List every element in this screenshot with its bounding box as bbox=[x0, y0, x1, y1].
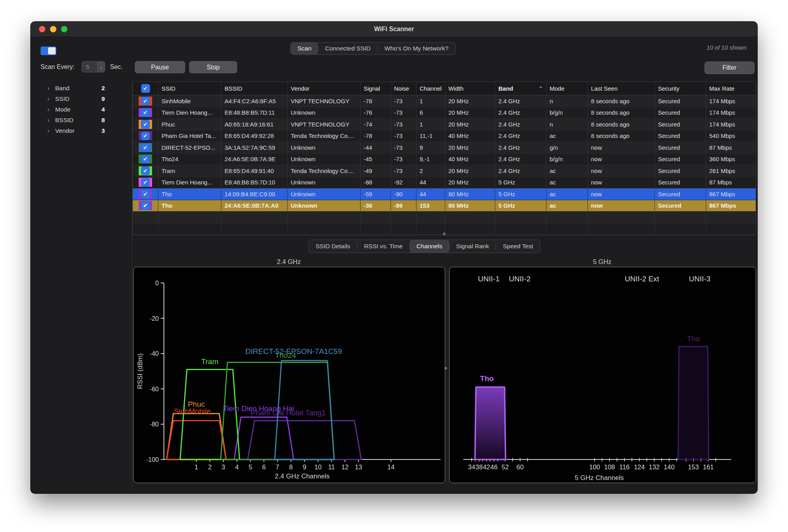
checkbox-checked-icon[interactable]: ✔ bbox=[141, 132, 150, 140]
row-select-cell[interactable]: ✔ bbox=[133, 130, 158, 142]
cell-bssid: E8:65:D4:49:92:28 bbox=[221, 130, 288, 142]
x-tick-label: 161 bbox=[703, 463, 714, 471]
column-header-signal[interactable]: Signal bbox=[361, 82, 391, 95]
network-label-direct-52-epson-7a1c59: DIRECT-52-EPSON-7A1C59 bbox=[245, 347, 342, 355]
sidebar-item-label: Vendor bbox=[55, 127, 101, 134]
column-header-mode[interactable]: Mode bbox=[546, 82, 588, 95]
sidebar-item-count: 8 bbox=[101, 117, 105, 124]
sidebar-item-vendor[interactable]: ›Vendor3 bbox=[47, 125, 105, 136]
checkbox-checked-icon[interactable]: ✔ bbox=[141, 143, 150, 152]
row-select-cell[interactable]: ✔ bbox=[133, 95, 158, 107]
chart-title-24ghz: 2.4 GHz bbox=[133, 258, 444, 266]
checkbox-checked-icon[interactable]: ✔ bbox=[141, 97, 150, 105]
row-select-cell[interactable]: ✔ bbox=[133, 154, 158, 165]
row-select-cell[interactable]: ✔ bbox=[133, 188, 158, 200]
detail-tab-rssi-vs-time[interactable]: RSSI vs. Time bbox=[357, 240, 409, 253]
scan-toggle-switch[interactable] bbox=[41, 47, 56, 55]
title-bar[interactable]: WiFi Scanner bbox=[31, 22, 757, 37]
row-select-cell[interactable]: ✔ bbox=[133, 107, 158, 119]
checkbox-checked-icon[interactable]: ✔ bbox=[141, 155, 150, 164]
x-tick-label: 5 bbox=[249, 463, 252, 471]
main-tab-bar: ScanConnected SSIDWho's On My Network? bbox=[290, 42, 455, 55]
cell-max_rate: 867 Mbps bbox=[706, 200, 756, 212]
chevron-right-icon[interactable]: › bbox=[47, 127, 55, 135]
table-row-tho-8[interactable]: ✔Tho14:09:B4:BE:C9:00Unknown-59-904480 M… bbox=[133, 188, 756, 200]
column-header-width[interactable]: Width bbox=[445, 82, 495, 95]
x-tick-label: 4 bbox=[235, 463, 239, 471]
sidebar-item-ssid[interactable]: ›SSID9 bbox=[47, 93, 105, 104]
horizontal-splitter-handle[interactable] bbox=[443, 233, 446, 235]
channels-chart-24ghz: 0-20-40-60-80-100RSSI (dBm)1234567891011… bbox=[134, 267, 445, 483]
x-tick-label: 42 bbox=[483, 463, 490, 471]
scan-interval-dropdown[interactable]: 5 ⌄ bbox=[82, 61, 105, 73]
row-select-cell[interactable]: ✔ bbox=[133, 177, 158, 188]
row-select-cell[interactable]: ✔ bbox=[133, 119, 158, 130]
x-tick-label: 10 bbox=[314, 463, 322, 471]
pause-button[interactable]: Pause bbox=[135, 61, 185, 73]
select-all-checkbox[interactable]: ✔ bbox=[133, 82, 158, 95]
sidebar-item-label: Band bbox=[55, 85, 101, 92]
x-tick-label: 46 bbox=[491, 463, 498, 471]
column-header-vendor[interactable]: Vendor bbox=[288, 82, 361, 95]
column-header-noise[interactable]: Noise bbox=[391, 82, 416, 95]
sidebar-item-mode[interactable]: ›Mode4 bbox=[47, 104, 105, 115]
checkbox-checked-icon[interactable]: ✔ bbox=[141, 190, 150, 198]
row-select-cell[interactable]: ✔ bbox=[133, 165, 158, 177]
table-row-sinhmobile-0[interactable]: ✔SinhMobileA4:F4:C2:A6:8F:A5VNPT TECHNOL… bbox=[133, 95, 756, 107]
checkbox-checked-icon[interactable]: ✔ bbox=[141, 166, 150, 175]
x-tick-label: 1 bbox=[195, 463, 198, 471]
column-header-channel[interactable]: Channel bbox=[416, 82, 445, 95]
table-row-pham-gia-hotel-ta-3[interactable]: ✔Pham Gia Hotel Ta...E8:65:D4:49:92:28Te… bbox=[133, 130, 756, 142]
row-select-cell[interactable]: ✔ bbox=[133, 142, 158, 153]
chevron-right-icon[interactable]: › bbox=[47, 84, 55, 92]
checkbox-checked-icon[interactable]: ✔ bbox=[141, 108, 150, 117]
cell-max_rate: 261 Mbps bbox=[706, 165, 756, 177]
x-tick-label: 60 bbox=[517, 463, 524, 471]
cell-bssid: 24:A6:5E:0B:7A:A0 bbox=[221, 200, 288, 212]
cell-signal: -78 bbox=[361, 95, 391, 107]
network-color-swatch: ✔ bbox=[139, 120, 152, 129]
table-row-tho24-5[interactable]: ✔Tho2424:A6:5E:0B:7A:9EUnknown-45-739,-1… bbox=[133, 154, 756, 166]
table-row-tram-6[interactable]: ✔TramE8:65:D4:49:91:40Tenda Technology C… bbox=[133, 165, 756, 177]
tab-connected-ssid[interactable]: Connected SSID bbox=[318, 43, 377, 54]
column-header-band[interactable]: Band⌃ bbox=[495, 82, 546, 95]
chevron-right-icon[interactable]: › bbox=[47, 106, 55, 113]
table-row-direct-52-epso-4[interactable]: ✔DIRECT-52-EPSO...3A:1A:52:7A:9C:59Unkno… bbox=[133, 142, 756, 154]
cell-max_rate: 87 Mbps bbox=[706, 177, 756, 188]
tab-scan[interactable]: Scan bbox=[291, 43, 318, 54]
table-row-tiem-dien-hoang-1[interactable]: ✔Tiem Dien Hoang...E8:48:B8:B5:7D:11Unkn… bbox=[133, 107, 756, 119]
network-signal-shape-tho bbox=[678, 346, 709, 459]
column-header-max-rate[interactable]: Max Rate bbox=[706, 82, 756, 95]
row-select-cell[interactable]: ✔ bbox=[133, 200, 158, 212]
table-row-phuc-2[interactable]: ✔PhucA0:65:18:A9:16:61VNPT TECHNOLOGY-74… bbox=[133, 119, 756, 130]
detail-tab-signal-rank[interactable]: Signal Rank bbox=[450, 240, 496, 253]
cell-mode: ac bbox=[546, 200, 588, 212]
detail-tab-ssid-details[interactable]: SSID Details bbox=[309, 240, 357, 253]
detail-tab-speed-test[interactable]: Speed Test bbox=[496, 240, 540, 253]
filter-button[interactable]: Filter bbox=[704, 61, 755, 74]
scan-interval-row: Scan Every: 5 ⌄ Sec. bbox=[41, 61, 123, 73]
detail-tab-channels[interactable]: Channels bbox=[410, 240, 449, 253]
table-row-tho-9[interactable]: ✔Tho24:A6:5E:0B:7A:A0Unknown-36-8915380 … bbox=[133, 200, 756, 212]
sidebar-item-band[interactable]: ›Band2 bbox=[47, 83, 105, 93]
column-header-ssid[interactable]: SSID bbox=[158, 82, 221, 95]
vertical-splitter-handle[interactable] bbox=[444, 367, 447, 370]
tab-who-s-on-my-network[interactable]: Who's On My Network? bbox=[378, 43, 455, 54]
chevron-right-icon[interactable]: › bbox=[47, 116, 55, 124]
cell-noise: -73 bbox=[391, 165, 416, 177]
checkbox-checked-icon[interactable]: ✔ bbox=[141, 178, 150, 187]
chevron-right-icon[interactable]: › bbox=[47, 95, 55, 103]
checkbox-checked-icon[interactable]: ✔ bbox=[141, 201, 150, 210]
checkbox-checked-icon[interactable]: ✔ bbox=[141, 120, 150, 128]
column-header-security[interactable]: Security bbox=[655, 82, 706, 95]
unii-band-label-unii-2-ext: UNII-2 Ext bbox=[625, 275, 660, 283]
sidebar-item-bssid[interactable]: ›BSSID8 bbox=[47, 115, 105, 125]
column-header-last-seen[interactable]: Last Seen bbox=[588, 82, 655, 95]
cell-bssid: E8:65:D4:49:91:40 bbox=[221, 165, 288, 177]
column-header-bssid[interactable]: BSSID bbox=[221, 82, 288, 95]
cell-security: Secured bbox=[655, 130, 706, 142]
network-color-swatch: ✔ bbox=[139, 190, 152, 199]
table-row-tiem-dien-hoang-7[interactable]: ✔Tiem Dien Hoang...E8:48:B8:B5:7D:10Unkn… bbox=[133, 177, 756, 189]
stop-button[interactable]: Stop bbox=[189, 61, 237, 73]
checkbox-checked-icon[interactable]: ✔ bbox=[141, 84, 150, 93]
